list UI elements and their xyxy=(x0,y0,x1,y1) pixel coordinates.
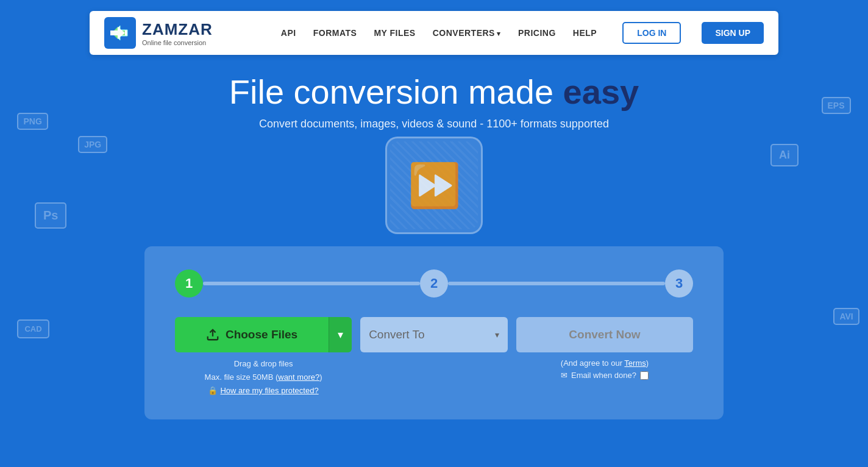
signup-button[interactable]: SIGN UP xyxy=(702,22,764,44)
convert-to-label: Convert To xyxy=(369,328,425,341)
choose-files-section: Choose Files ▾ Drag & drop files Max. fi… xyxy=(175,317,352,397)
step-line-2 xyxy=(448,282,665,285)
nav-converters[interactable]: CONVERTERS xyxy=(433,28,501,38)
converter-section: 1 2 3 Choose Files xyxy=(144,246,724,419)
choose-files-button[interactable]: Choose Files xyxy=(175,317,329,352)
logo-icon xyxy=(104,17,136,49)
convert-to-button[interactable]: Convert To ▾ xyxy=(360,317,508,352)
convert-to-arrow-icon: ▾ xyxy=(495,330,499,340)
protection-line: 🔒 How are my files protected? xyxy=(205,384,322,397)
navbar: ZAMZAR Online file conversion API FORMAT… xyxy=(90,11,778,55)
choose-files-dropdown-btn[interactable]: ▾ xyxy=(329,317,352,352)
nav-formats[interactable]: FORMATS xyxy=(313,28,357,38)
terms-link[interactable]: Terms xyxy=(624,358,646,368)
hero-title-normal: File conversion made xyxy=(229,73,563,111)
hero-section: PNG JPG Ps CAD EPS Ai AVI File conversio… xyxy=(0,66,868,456)
agree-text: (And agree to our Terms) xyxy=(561,358,649,368)
envelope-icon: ✉ xyxy=(561,371,567,380)
convert-now-button[interactable]: Convert Now xyxy=(516,317,693,352)
hero-title: File conversion made easy xyxy=(0,72,868,112)
hero-icon-wrap: ⏩ xyxy=(0,137,868,234)
step-2: 2 xyxy=(420,269,448,298)
drag-text: Drag & drop files xyxy=(205,357,322,371)
logo-link[interactable]: ZAMZAR Online file conversion xyxy=(104,17,213,49)
steps-row: 1 2 3 xyxy=(175,269,693,298)
convert-now-section: Convert Now (And agree to our Terms) ✉ E… xyxy=(516,317,693,380)
bg-icon-avi: AVI xyxy=(833,308,859,325)
brand-tagline: Online file conversion xyxy=(142,39,213,46)
hero-subtitle: Convert documents, images, videos & soun… xyxy=(0,118,868,130)
convert-to-section: Convert To ▾ xyxy=(360,317,508,352)
nav-my-files[interactable]: MY FILES xyxy=(374,28,415,38)
upload-icon xyxy=(206,328,219,341)
max-size-text: Max. file size 50MB (want more?) xyxy=(205,371,322,384)
logo-text: ZAMZAR Online file conversion xyxy=(142,20,213,46)
nav-links: API FORMATS MY FILES CONVERTERS PRICING … xyxy=(281,22,764,44)
nav-help[interactable]: HELP xyxy=(573,28,597,38)
want-more-link[interactable]: want more? xyxy=(278,373,319,382)
email-row: ✉ Email when done? xyxy=(561,371,649,380)
protection-link[interactable]: How are my files protected? xyxy=(220,384,318,397)
hero-icon-box: ⏩ xyxy=(385,137,483,234)
email-label: Email when done? xyxy=(571,371,636,380)
nav-api[interactable]: API xyxy=(281,28,296,38)
brand-name: ZAMZAR xyxy=(142,20,213,39)
email-checkbox[interactable] xyxy=(640,371,649,380)
choose-files-btn-group: Choose Files ▾ xyxy=(175,317,352,352)
step-1: 1 xyxy=(175,269,203,298)
choose-files-label: Choose Files xyxy=(226,328,297,341)
drag-info: Drag & drop files Max. file size 50MB (w… xyxy=(205,357,322,397)
step-3: 3 xyxy=(665,269,693,298)
step-line-1 xyxy=(203,282,420,285)
bg-icon-cad: CAD xyxy=(17,319,49,338)
hero-title-bold: easy xyxy=(563,73,639,111)
login-button[interactable]: LOG IN xyxy=(622,22,681,44)
controls-row: Choose Files ▾ Drag & drop files Max. fi… xyxy=(175,317,693,397)
fast-forward-icon: ⏩ xyxy=(408,160,461,210)
nav-pricing[interactable]: PRICING xyxy=(518,28,556,38)
